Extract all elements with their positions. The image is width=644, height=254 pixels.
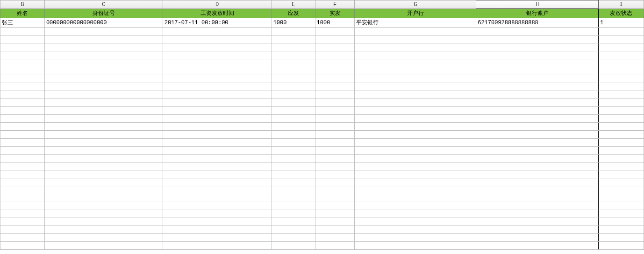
empty-cell[interactable] (476, 210, 599, 218)
empty-cell[interactable] (599, 83, 644, 91)
empty-cell[interactable] (315, 178, 355, 186)
empty-cell[interactable] (315, 131, 355, 139)
empty-cell[interactable] (0, 186, 45, 194)
empty-cell[interactable] (355, 162, 476, 170)
empty-cell[interactable] (44, 202, 163, 210)
empty-cell[interactable] (0, 170, 45, 178)
header-cell-H[interactable]: 银行账户 (476, 9, 599, 18)
empty-cell[interactable] (355, 234, 476, 242)
empty-cell[interactable] (272, 123, 315, 131)
empty-cell[interactable] (44, 131, 163, 139)
empty-cell[interactable] (599, 131, 644, 139)
empty-cell[interactable] (44, 51, 163, 59)
empty-cell[interactable] (599, 51, 644, 59)
empty-cell[interactable] (272, 28, 315, 35)
empty-cell[interactable] (44, 186, 163, 194)
empty-cell[interactable] (272, 51, 315, 59)
empty-cell[interactable] (163, 226, 272, 234)
column-header-C[interactable]: C (44, 0, 163, 9)
empty-cell[interactable] (315, 107, 355, 115)
empty-cell[interactable] (599, 178, 644, 186)
empty-cell[interactable] (315, 162, 355, 170)
empty-cell[interactable] (599, 35, 644, 43)
empty-cell[interactable] (163, 147, 272, 155)
empty-cell[interactable] (0, 202, 45, 210)
empty-cell[interactable] (355, 83, 476, 91)
empty-cell[interactable] (315, 123, 355, 131)
empty-cell[interactable] (272, 67, 315, 75)
empty-cell[interactable] (599, 234, 644, 242)
empty-cell[interactable] (163, 186, 272, 194)
empty-cell[interactable] (355, 67, 476, 75)
empty-cell[interactable] (315, 35, 355, 43)
empty-cell[interactable] (44, 107, 163, 115)
empty-cell[interactable] (272, 99, 315, 107)
empty-cell[interactable] (272, 147, 315, 155)
empty-cell[interactable] (476, 202, 599, 210)
empty-cell[interactable] (44, 83, 163, 91)
empty-cell[interactable] (599, 59, 644, 67)
empty-cell[interactable] (315, 186, 355, 194)
empty-cell[interactable] (44, 91, 163, 99)
empty-cell[interactable] (476, 67, 599, 75)
empty-cell[interactable] (0, 162, 45, 170)
empty-cell[interactable] (163, 194, 272, 202)
empty-cell[interactable] (355, 28, 476, 35)
empty-cell[interactable] (272, 242, 315, 250)
empty-cell[interactable] (44, 218, 163, 226)
empty-cell[interactable] (163, 99, 272, 107)
empty-cell[interactable] (163, 131, 272, 139)
empty-cell[interactable] (355, 170, 476, 178)
header-cell-I[interactable]: 发放状态 (599, 9, 644, 18)
empty-cell[interactable] (315, 67, 355, 75)
empty-cell[interactable] (44, 226, 163, 234)
empty-cell[interactable] (315, 51, 355, 59)
empty-cell[interactable] (315, 147, 355, 155)
empty-cell[interactable] (44, 210, 163, 218)
empty-cell[interactable] (0, 242, 45, 250)
cell-C-1[interactable]: 000000000000000000 (44, 18, 163, 28)
empty-cell[interactable] (272, 75, 315, 83)
empty-cell[interactable] (0, 194, 45, 202)
empty-cell[interactable] (0, 83, 45, 91)
empty-cell[interactable] (599, 43, 644, 51)
empty-cell[interactable] (44, 67, 163, 75)
empty-cell[interactable] (476, 155, 599, 162)
empty-cell[interactable] (163, 155, 272, 162)
empty-cell[interactable] (315, 75, 355, 83)
empty-cell[interactable] (315, 28, 355, 35)
empty-cell[interactable] (163, 202, 272, 210)
empty-cell[interactable] (163, 75, 272, 83)
empty-cell[interactable] (163, 107, 272, 115)
empty-cell[interactable] (355, 147, 476, 155)
empty-cell[interactable] (476, 242, 599, 250)
header-cell-F[interactable]: 实发 (315, 9, 355, 18)
empty-cell[interactable] (355, 91, 476, 99)
empty-cell[interactable] (355, 242, 476, 250)
empty-cell[interactable] (0, 234, 45, 242)
empty-cell[interactable] (355, 131, 476, 139)
header-cell-D[interactable]: 工资发放时间 (163, 9, 272, 18)
empty-cell[interactable] (476, 59, 599, 67)
empty-cell[interactable] (355, 155, 476, 162)
empty-cell[interactable] (163, 91, 272, 99)
empty-cell[interactable] (355, 59, 476, 67)
cell-H-1[interactable]: 621700928888888888 (476, 18, 599, 28)
empty-cell[interactable] (599, 67, 644, 75)
empty-cell[interactable] (599, 107, 644, 115)
empty-cell[interactable] (315, 202, 355, 210)
empty-cell[interactable] (272, 139, 315, 147)
empty-cell[interactable] (476, 234, 599, 242)
empty-cell[interactable] (163, 35, 272, 43)
empty-cell[interactable] (0, 43, 45, 51)
empty-cell[interactable] (355, 139, 476, 147)
empty-cell[interactable] (355, 178, 476, 186)
cell-I-1[interactable]: 1 (599, 18, 644, 28)
column-header-F[interactable]: F (315, 0, 355, 9)
empty-cell[interactable] (163, 83, 272, 91)
spreadsheet-grid[interactable]: BCDEFGHI 姓名身份证号工资发放时间应发实发开户行银行账户发放状态 张三0… (0, 0, 644, 250)
empty-cell[interactable] (476, 123, 599, 131)
empty-cell[interactable] (272, 162, 315, 170)
empty-cell[interactable] (355, 115, 476, 123)
empty-cell[interactable] (272, 186, 315, 194)
